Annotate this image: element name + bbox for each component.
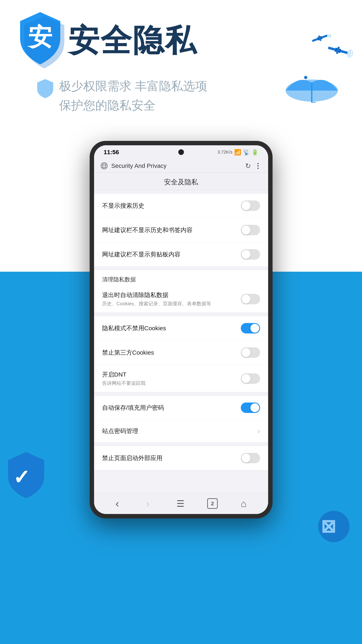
chevron-right-icon: › [257,427,260,436]
toggle-block-3rd-cookies[interactable] [241,347,260,358]
nav-home-button[interactable]: ⌂ [237,496,250,511]
shield-small-icon [36,78,54,100]
status-time: 11:56 [104,149,119,156]
settings-section-5: 禁止页面启动外部应用 [94,446,268,470]
table-row[interactable]: 隐私模式不禁用Cookies [94,316,268,340]
nav-tabs-button[interactable]: 2 [207,498,218,509]
table-row[interactable]: 退出时自动清除隐私数据 历史、Cookies、搜索记录、页面缓存、表单数据等 [94,285,268,312]
row-sublabel: 告诉网站不要追踪我 [102,380,237,386]
subtitle-text: 极少权限需求 丰富隐私选项 保护您的隐私安全 [59,76,207,115]
nav-back-button[interactable]: ‹ [112,496,123,512]
hero-title: 安全隐私 [68,25,197,56]
phone-screen: 11:56 3.72K/s 📶 📡 🔋 Security And Privacy… [94,145,268,514]
svg-text:⊠: ⊠ [321,516,336,536]
row-label: 禁止页面启动外部应用 [102,454,163,462]
toggle-auto-save-password[interactable] [241,402,260,413]
row-content: 退出时自动清除隐私数据 历史、Cookies、搜索记录、页面缓存、表单数据等 [102,291,237,307]
content-area: 不显示搜索历史 网址建议栏不显示历史和书签内容 网址建议栏不显示剪贴板内容 [94,190,268,493]
settings-section-4: 自动保存/填充用户密码 站点密码管理 › [94,396,268,442]
row-label: 站点密码管理 [102,427,138,435]
satellite-decoration [270,34,354,104]
row-label: 隐私模式不禁用Cookies [102,324,166,332]
table-row[interactable]: 网址建议栏不显示历史和书签内容 [94,218,268,242]
table-row[interactable]: 禁止第三方Cookies [94,340,268,365]
browser-bar: Security And Privacy ↻ ⋮ [94,159,268,173]
status-icons: 3.72K/s 📶 📡 🔋 [217,149,258,156]
browser-title: Security And Privacy [111,162,242,169]
signal-icon: 📡 [243,149,250,156]
settings-section-2: 清理隐私数据 退出时自动清除隐私数据 历史、Cookies、搜索记录、页面缓存、… [94,270,268,313]
table-row[interactable]: 开启DNT 告诉网站不要追踪我 [94,365,268,392]
svg-rect-9 [328,46,335,51]
subtitle-area: 极少权限需求 丰富隐私选项 保护您的隐私安全 [36,76,207,115]
toggle-hide-history[interactable] [241,200,260,211]
menu-button[interactable]: ⋮ [254,162,262,170]
nav-menu-button[interactable]: ☰ [173,496,188,511]
camera-dot [178,149,184,155]
table-row[interactable]: 禁止页面启动外部应用 [94,446,268,470]
settings-section-3: 隐私模式不禁用Cookies 禁止第三方Cookies 开启DNT [94,316,268,392]
toggle-auto-clear[interactable] [241,294,260,304]
svg-text:安: 安 [27,23,52,50]
row-label: 禁止第三方Cookies [102,348,154,357]
refresh-button[interactable]: ↻ [245,162,251,170]
toggle-dnt[interactable] [241,373,260,384]
table-row[interactable]: 站点密码管理 › [94,420,268,442]
table-row[interactable]: 网址建议栏不显示剪贴板内容 [94,242,268,266]
row-content: 开启DNT 告诉网站不要追踪我 [102,370,237,386]
svg-rect-6 [322,34,328,38]
section-header: 清理隐私数据 [94,270,268,285]
svg-point-12 [304,76,307,79]
svg-rect-10 [341,50,348,54]
toggle-block-external-apps[interactable] [241,453,260,463]
bottom-arrow-decoration: ⊠ [318,510,350,544]
svg-rect-5 [312,38,318,42]
hero-section: 安 安全隐私 [16,8,197,68]
toggle-hide-clipboard[interactable] [241,249,260,260]
row-label: 退出时自动清除隐私数据 [102,291,237,299]
row-label: 网址建议栏不显示剪贴板内容 [102,250,181,258]
status-speed: 3.72K/s [217,150,233,155]
settings-section-1: 不显示搜索历史 网址建议栏不显示历史和书签内容 网址建议栏不显示剪贴板内容 [94,194,268,267]
table-row[interactable]: 不显示搜索历史 [94,194,268,218]
row-label: 自动保存/填充用户密码 [102,404,164,412]
row-sublabel: 历史、Cookies、搜索记录、页面缓存、表单数据等 [102,300,237,307]
row-label: 开启DNT [102,370,237,379]
toggle-private-cookies[interactable] [241,323,260,334]
nav-forward-button[interactable]: › [142,496,153,512]
phone-mockup: 11:56 3.72K/s 📶 📡 🔋 Security And Privacy… [90,141,273,518]
status-bar: 11:56 3.72K/s 📶 📡 🔋 [94,145,268,159]
battery-icon: 🔋 [251,149,258,156]
globe-icon [101,162,108,170]
row-label: 不显示搜索历史 [102,202,144,210]
bottom-shield-decoration: ✓ [4,450,48,503]
table-row[interactable]: 自动保存/填充用户密码 [94,396,268,420]
toggle-hide-history-bookmark[interactable] [241,225,260,235]
page-header-title: 安全及隐私 [164,178,198,186]
nav-bar: ‹ › ☰ 2 ⌂ [94,493,268,514]
wifi-icon: 📶 [234,149,241,156]
page-header: 安全及隐私 [94,173,268,190]
row-label: 网址建议栏不显示历史和书签内容 [102,226,192,234]
shield-large-icon: 安 [16,10,64,68]
svg-text:✓: ✓ [13,466,30,488]
